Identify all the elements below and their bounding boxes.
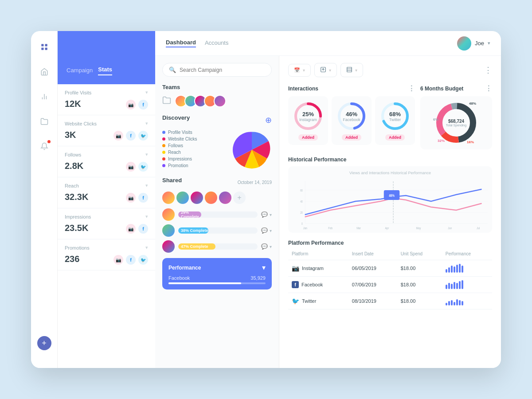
tab-stats[interactable]: Stats [98, 66, 112, 75]
nav-icon-bell[interactable] [37, 139, 51, 153]
folder-icon [162, 96, 171, 106]
col-unit-spend: Unit Spend [397, 250, 442, 260]
shared-avatars: + [162, 192, 272, 204]
app-container: + Campaign Stats Profile Visits ▾ 12K 📷 … [31, 31, 501, 368]
legend-list: Profile Visits Website Clicks Follows Re… [162, 130, 228, 170]
user-name: Joe [475, 40, 484, 47]
instagram-icon: 📷 [113, 131, 123, 141]
instagram-date: 06/05/2019 [348, 260, 397, 277]
svg-text:Mar: Mar [356, 226, 361, 230]
search-icon: 🔍 [169, 66, 176, 73]
table-control[interactable]: ▾ [340, 63, 363, 77]
user-chevron-icon: ▾ [488, 40, 490, 46]
platform-facebook: f Facebook [288, 277, 348, 293]
nav-icon-folder[interactable] [37, 114, 51, 129]
search-input[interactable] [180, 67, 265, 73]
instagram-performance [442, 260, 492, 277]
legend-website-clicks: Website Clicks [168, 137, 197, 141]
table-row: f Facebook 07/06/2019 $18.00 [288, 277, 492, 293]
nav-tab-dashboard[interactable]: Dashboard [166, 39, 196, 47]
icon-sidebar: + [31, 31, 58, 368]
chevron-down-icon: ▾ [270, 228, 272, 233]
nav-icon-chart[interactable] [37, 90, 51, 104]
svg-text:20: 20 [300, 211, 303, 214]
progress-bar-0: 29% Complete [178, 211, 201, 218]
center-panel: 🔍 Teams [155, 56, 279, 368]
calendar-control[interactable]: 📅 ▾ [288, 64, 311, 77]
stat-item-profile-visits: Profile Visits ▾ 12K 📷 f [58, 84, 155, 115]
left-panel-header: Campaign Stats [58, 31, 155, 84]
budget-label-6: 6% [433, 117, 438, 121]
shared-add-button[interactable]: + [233, 192, 246, 204]
svg-rect-9 [347, 67, 352, 72]
chat-icon: 💬 [261, 243, 268, 250]
svg-text:Jul: Jul [477, 226, 480, 230]
nav-tab-accounts[interactable]: Accounts [205, 39, 228, 47]
stat-item-follows: Follows ▾ 2.8K 📷 🐦 [58, 146, 155, 177]
shared-date: October 14, 2019 [238, 180, 272, 185]
discovery-add-icon[interactable]: ⊕ [265, 115, 272, 125]
budget-more-icon[interactable]: ⋮ [485, 84, 492, 93]
twitter-icon: 🐦 [138, 162, 148, 172]
donut-cards: 25% Instagram Added [288, 96, 415, 145]
svg-text:60: 60 [300, 189, 303, 192]
historical-title: Historical Performance [288, 156, 346, 163]
search-box[interactable]: 🔍 [162, 63, 272, 77]
stat-item-website-clicks: Website Clicks ▾ 3K 📷 f 🐦 [58, 115, 155, 146]
team-avatars [175, 95, 226, 107]
chevron-icon: ▾ [145, 152, 148, 157]
facebook-platform: Facebook [343, 117, 360, 122]
facebook-icon: f [138, 100, 148, 110]
stat-item-reach: Reach ▾ 32.3K 📷 f [58, 177, 155, 208]
donut-card-instagram: 25% Instagram Added [288, 96, 328, 145]
chevron-icon: ▾ [145, 214, 148, 219]
instagram-icon: 📷 [126, 100, 136, 110]
discovery-content: Profile Visits Website Clicks Follows Re… [162, 130, 272, 170]
budget-label-32: 32% [438, 139, 445, 143]
budget-card: $68,724 Total Spending 48% 6% 32% 16% [420, 96, 492, 149]
budget-amount: $68,724 [446, 119, 466, 124]
stat-value-website-clicks: 3K [65, 130, 76, 140]
instagram-icon: 📷 [113, 255, 123, 265]
interactions-row: Interactions ⋮ [288, 84, 492, 149]
facebook-icon: f [126, 255, 136, 265]
nav-icon-grid[interactable] [37, 40, 51, 54]
svg-rect-3 [45, 48, 47, 50]
upload-control[interactable]: ▾ [314, 63, 337, 77]
instagram-icon: 📷 [126, 224, 136, 234]
fab-add-button[interactable]: + [37, 336, 51, 350]
legend-reach: Reach [168, 150, 181, 155]
platform-instagram: 📷 Instagram [288, 260, 348, 277]
donut-card-twitter: 68% Twitter Added [375, 96, 415, 145]
stat-value-follows: 2.8K [65, 161, 83, 171]
stat-label-follows: Follows [65, 152, 81, 157]
budget-sub: Total Spending [446, 124, 466, 127]
right-panel: 📅 ▾ ▾ ▾ ⋮ [279, 56, 501, 368]
stat-label-reach: Reach [65, 183, 79, 188]
stat-item-promotions: Promotions ▾ 236 📷 f 🐦 [58, 239, 155, 270]
instagram-spend: $18.00 [397, 260, 442, 277]
interactions-section: Interactions ⋮ [288, 84, 415, 149]
performance-card: Performance ▾ Facebook 35,929 [162, 258, 272, 289]
facebook-icon: f [138, 224, 148, 234]
stat-label-promotions: Promotions [65, 245, 90, 250]
facebook-table-icon: f [292, 281, 299, 288]
stat-label-profile-visits: Profile Visits [65, 90, 91, 95]
twitter-icon: 🐦 [138, 255, 148, 265]
interactions-more-icon[interactable]: ⋮ [408, 84, 415, 93]
nav-icon-home[interactable] [37, 65, 51, 79]
twitter-table-icon: 🐦 [292, 297, 299, 305]
table-row: 📷 Instagram 06/05/2019 $18.00 [288, 260, 492, 277]
tab-campaign[interactable]: Campaign [66, 67, 93, 75]
more-options-button[interactable]: ⋮ [484, 65, 492, 75]
performance-card-title: Performance [168, 265, 201, 271]
stats-list: Profile Visits ▾ 12K 📷 f Website Clicks … [58, 84, 155, 368]
stat-value-impressions: 23.5K [65, 223, 88, 233]
twitter-added-badge: Added [385, 134, 405, 141]
facebook-icon: f [138, 193, 148, 203]
teams-title: Teams [162, 84, 272, 90]
chat-icon: 💬 [261, 211, 268, 218]
top-nav: Dashboard Accounts Joe ▾ [155, 31, 501, 56]
stat-label-impressions: Impressions [65, 214, 91, 219]
budget-title: 6 Months Budget [420, 86, 463, 92]
